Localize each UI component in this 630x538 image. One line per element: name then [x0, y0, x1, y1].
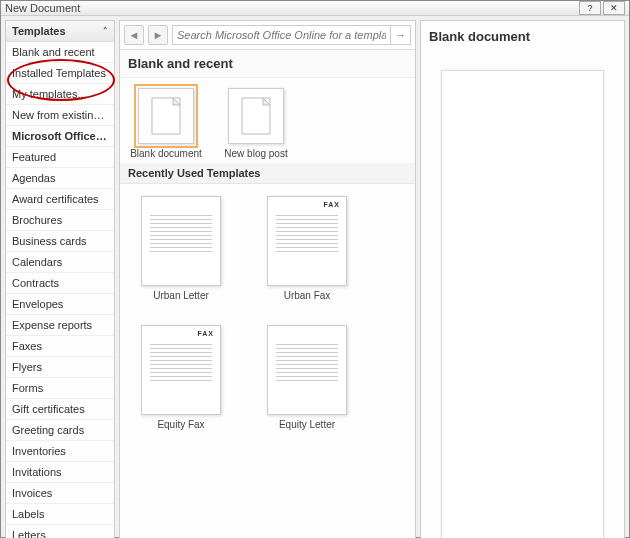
- sidebar-item[interactable]: Featured: [6, 147, 114, 168]
- help-button[interactable]: ?: [579, 1, 601, 15]
- sidebar-item[interactable]: Forms: [6, 378, 114, 399]
- blank-templates-row: Blank documentNew blog post: [120, 78, 415, 163]
- preview-panel: Blank document: [420, 20, 625, 538]
- sidebar-item[interactable]: Contracts: [6, 273, 114, 294]
- nav-forward-button[interactable]: ►: [148, 25, 168, 45]
- main-heading: Blank and recent: [120, 50, 415, 78]
- sidebar-item[interactable]: My templates...: [6, 84, 114, 105]
- search-toolbar: ◄ ► →: [120, 21, 415, 50]
- recent-template-item[interactable]: FAXEquity Fax: [136, 325, 226, 430]
- sidebar-item[interactable]: Calendars: [6, 252, 114, 273]
- sidebar-item[interactable]: Invitations: [6, 462, 114, 483]
- sidebar-item[interactable]: Award certificates: [6, 189, 114, 210]
- sidebar-item[interactable]: Agendas: [6, 168, 114, 189]
- templates-sidebar: Templates ˄ Blank and recentInstalled Te…: [5, 20, 115, 538]
- template-item[interactable]: New blog post: [220, 88, 292, 159]
- sidebar-item[interactable]: Invoices: [6, 483, 114, 504]
- template-label: Urban Fax: [262, 290, 352, 301]
- recent-heading: Recently Used Templates: [120, 163, 415, 184]
- sidebar-item[interactable]: Brochures: [6, 210, 114, 231]
- template-thumbnail: [141, 196, 221, 286]
- page-icon: [138, 88, 194, 144]
- page-icon: [228, 88, 284, 144]
- preview-title: Blank document: [427, 27, 618, 52]
- sidebar-item[interactable]: Labels: [6, 504, 114, 525]
- sidebar-item[interactable]: Blank and recent: [6, 42, 114, 63]
- window-title: New Document: [5, 2, 80, 14]
- recent-template-item[interactable]: Equity Letter: [262, 325, 352, 430]
- sidebar-item[interactable]: New from existing...: [6, 105, 114, 126]
- search-input[interactable]: [173, 26, 390, 44]
- template-thumbnail: FAX: [141, 325, 221, 415]
- sidebar-list[interactable]: Blank and recentInstalled TemplatesMy te…: [6, 42, 114, 538]
- sidebar-item[interactable]: Letters: [6, 525, 114, 538]
- new-document-dialog: New Document ? ✕ Templates ˄ Blank and r…: [0, 0, 630, 538]
- main-panel: ◄ ► → Blank and recent Blank documentNew…: [119, 20, 416, 538]
- sidebar-item[interactable]: Business cards: [6, 231, 114, 252]
- template-label: Equity Letter: [262, 419, 352, 430]
- sidebar-item[interactable]: Gift certificates: [6, 399, 114, 420]
- template-thumbnail: FAX: [267, 196, 347, 286]
- template-item[interactable]: Blank document: [130, 88, 202, 159]
- preview-page: [441, 70, 604, 538]
- search-go-button[interactable]: →: [390, 26, 410, 44]
- sidebar-header[interactable]: Templates ˄: [6, 21, 114, 42]
- sidebar-item[interactable]: Greeting cards: [6, 420, 114, 441]
- search-box: →: [172, 25, 411, 45]
- sidebar-item[interactable]: Flyers: [6, 357, 114, 378]
- chevron-up-icon: ˄: [103, 26, 108, 36]
- sidebar-item[interactable]: Faxes: [6, 336, 114, 357]
- sidebar-item[interactable]: Microsoft Office Online: [6, 126, 114, 147]
- sidebar-item[interactable]: Expense reports: [6, 315, 114, 336]
- template-label: Urban Letter: [136, 290, 226, 301]
- nav-back-button[interactable]: ◄: [124, 25, 144, 45]
- recent-templates-grid: Urban LetterFAXUrban FaxFAXEquity FaxEqu…: [120, 184, 415, 442]
- sidebar-header-label: Templates: [12, 25, 66, 37]
- template-label: Blank document: [130, 148, 202, 159]
- recent-template-item[interactable]: FAXUrban Fax: [262, 196, 352, 301]
- recent-template-item[interactable]: Urban Letter: [136, 196, 226, 301]
- template-label: New blog post: [220, 148, 292, 159]
- template-thumbnail: [267, 325, 347, 415]
- sidebar-item[interactable]: Envelopes: [6, 294, 114, 315]
- template-label: Equity Fax: [136, 419, 226, 430]
- titlebar: New Document ? ✕: [1, 1, 629, 16]
- sidebar-item[interactable]: Inventories: [6, 441, 114, 462]
- close-button[interactable]: ✕: [603, 1, 625, 15]
- sidebar-item[interactable]: Installed Templates: [6, 63, 114, 84]
